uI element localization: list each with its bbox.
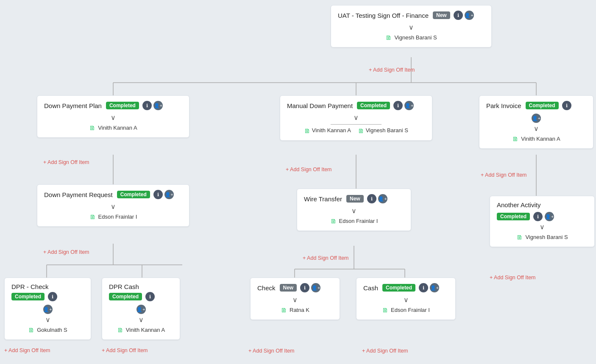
down-payment-plan-card: Down Payment Plan Completed ℹ 👤+ ∨ 🗎 Vin… [37, 95, 189, 138]
dpp-info-icon[interactable]: ℹ [142, 101, 152, 110]
dpr-check-card: DPR - Check Completed ℹ 👤+ ∨ 🗎 Gokulnath… [4, 278, 91, 340]
add-signoff-wt[interactable]: Add Sign Off Item [303, 255, 349, 261]
csh-arrow: ∨ [363, 296, 448, 304]
wt-assignee-name: Edson Frainlar I [339, 218, 378, 224]
dpr-badge: Completed [117, 191, 150, 198]
pi-icons: ℹ [562, 101, 571, 110]
dpp-title: Down Payment Plan [44, 102, 102, 109]
chk-add-user-icon[interactable]: 👤+ [311, 283, 320, 292]
dpr-cash-card: DPR Cash Completed ℹ 👤+ ∨ 🗎 Vinith Kanna… [102, 278, 180, 340]
pi-add-user-icon[interactable]: 👤+ [532, 114, 541, 123]
dpr-assignee-name: Edson Frainlar I [98, 214, 137, 220]
mdp-arrow: ∨ [287, 114, 425, 122]
dca-header: DPR Cash Completed ℹ [109, 283, 173, 301]
pi-add-user-row: 👤+ [486, 114, 586, 123]
wire-transfer-card: Wire Transfer New ℹ 👤+ ∨ 🗎 Edson Frainla… [297, 189, 411, 231]
dpr-title: Down Payment Request [44, 191, 113, 198]
mdp-assignee-1: 🗎 Vinith Kannan A [304, 127, 351, 134]
aa-badge: Completed [497, 213, 530, 220]
add-signoff-chk[interactable]: Add Sign Off Item [248, 348, 295, 354]
mdp-assignees: 🗎 Vinith Kannan A 🗎 Vignesh Barani S [287, 127, 425, 134]
root-add-user-icon[interactable]: 👤+ [465, 11, 474, 20]
dpc-file-icon: 🗎 [28, 326, 34, 333]
cash-card: Cash Completed ℹ 👤+ ∨ 🗎 Edson Frainlar I [356, 278, 456, 320]
dpr-icons: ℹ 👤+ [153, 190, 174, 199]
root-card: UAT - Testing Sign Off - Finance New ℹ 👤… [331, 5, 492, 47]
dpp-assignee: 🗎 Vinith Kannan A [44, 124, 182, 131]
mdp-assignee-name-2: Vignesh Barani S [366, 127, 408, 133]
aa-assignee: 🗎 Vignesh Barani S [497, 233, 588, 241]
root-arrow: ∨ [338, 23, 485, 31]
dpp-assignee-name: Vinith Kannan A [98, 125, 137, 131]
dpc-header: DPR - Check Completed ℹ [11, 283, 84, 301]
mdp-split-line [287, 122, 425, 125]
mdp-info-icon[interactable]: ℹ [393, 101, 403, 110]
add-signoff-mdp[interactable]: Add Sign Off Item [286, 167, 332, 172]
mdp-badge: Completed [357, 102, 390, 109]
dpr-header: Down Payment Request Completed ℹ 👤+ [44, 190, 182, 199]
another-activity-card: Another Activity Completed ℹ 👤+ ∨ 🗎 Vign… [490, 196, 595, 247]
dpc-arrow: ∨ [11, 316, 84, 324]
mdp-add-user-icon[interactable]: 👤+ [404, 101, 414, 110]
dpr-add-user-icon[interactable]: 👤+ [164, 190, 174, 199]
aa-add-user-icon[interactable]: 👤+ [545, 212, 554, 221]
down-payment-request-card: Down Payment Request Completed ℹ 👤+ ∨ 🗎 … [37, 184, 189, 227]
root-assignee-name: Vignesh Barani S [394, 34, 437, 41]
dca-arrow: ∨ [109, 316, 173, 324]
dpc-title: DPR - Check [11, 283, 49, 290]
dpc-info-icon[interactable]: ℹ [48, 292, 57, 301]
chk-badge: New [280, 284, 297, 292]
wt-header: Wire Transfer New ℹ 👤+ [304, 194, 404, 203]
add-signoff-dpp[interactable]: Add Sign Off Item [43, 159, 89, 165]
dpp-icons: ℹ 👤+ [142, 101, 163, 110]
aa-arrow: ∨ [497, 223, 588, 231]
aa-info-icon[interactable]: ℹ [533, 212, 543, 221]
pi-title: Park Invoice [486, 102, 521, 109]
dpr-arrow: ∨ [44, 203, 182, 211]
aa-assignee-name: Vignesh Barani S [525, 234, 568, 240]
root-info-icon[interactable]: ℹ [454, 11, 463, 20]
aa-title: Another Activity [497, 201, 540, 208]
wt-add-user-icon[interactable]: 👤+ [378, 194, 387, 203]
wt-info-icon[interactable]: ℹ [367, 194, 376, 203]
root-file-icon: 🗎 [385, 34, 392, 41]
chk-info-icon[interactable]: ℹ [300, 283, 309, 292]
chk-icons: ℹ 👤+ [300, 283, 320, 292]
dca-info-icon[interactable]: ℹ [145, 292, 155, 301]
dpp-arrow: ∨ [44, 114, 182, 122]
mdp-title: Manual Down Payment [287, 102, 353, 109]
pi-info-icon[interactable]: ℹ [562, 101, 571, 110]
dca-title: DPR Cash [109, 283, 139, 290]
root-card-title: UAT - Testing Sign Off - Finance [338, 12, 429, 19]
root-card-header: UAT - Testing Sign Off - Finance New ℹ 👤… [338, 11, 485, 20]
dca-add-user-icon[interactable]: 👤+ [136, 305, 146, 314]
dca-add-user-row: 👤+ [109, 305, 173, 314]
add-signoff-dpc[interactable]: Add Sign Off Item [4, 347, 50, 353]
dpr-info-icon[interactable]: ℹ [153, 190, 163, 199]
dpp-add-user-icon[interactable]: 👤+ [153, 101, 163, 110]
dpc-add-user-icon[interactable]: 👤+ [43, 305, 53, 314]
wt-badge: New [346, 195, 364, 203]
mdp-header: Manual Down Payment Completed ℹ 👤+ [287, 101, 425, 110]
add-signoff-pi[interactable]: Add Sign Off Item [481, 172, 527, 178]
pi-file-icon: 🗎 [512, 135, 518, 142]
pi-assignee-name: Vinith Kannan A [521, 136, 560, 142]
dpp-file-icon: 🗎 [89, 124, 95, 131]
csh-badge: Completed [382, 284, 415, 292]
add-signoff-dpr[interactable]: Add Sign Off Item [43, 249, 89, 255]
add-signoff-aa[interactable]: Add Sign Off Item [490, 275, 536, 281]
pi-arrow: ∨ [486, 125, 586, 133]
mdp-assignee-2: 🗎 Vignesh Barani S [358, 127, 408, 134]
dca-file-icon: 🗎 [117, 326, 123, 333]
add-signoff-root[interactable]: Add Sign Off Item [369, 67, 415, 73]
csh-add-user-icon[interactable]: 👤+ [430, 283, 439, 292]
add-signoff-dca[interactable]: Add Sign Off Item [102, 347, 148, 353]
aa-badge-row: Completed ℹ 👤+ [497, 212, 588, 221]
workflow-canvas: UAT - Testing Sign Off - Finance New ℹ 👤… [0, 0, 596, 364]
dpc-assignee-name: Gokulnath S [37, 327, 67, 333]
csh-info-icon[interactable]: ℹ [419, 283, 428, 292]
add-signoff-csh[interactable]: Add Sign Off Item [362, 348, 408, 354]
chk-arrow: ∨ [257, 296, 333, 304]
root-assignee: 🗎 Vignesh Barani S [338, 34, 485, 41]
mdp-file-icon-1: 🗎 [304, 127, 310, 134]
